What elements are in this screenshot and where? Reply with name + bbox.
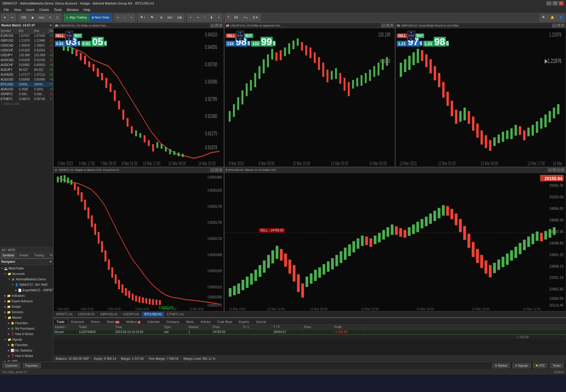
tree-item[interactable]: ▶ 📁 Services (1, 309, 52, 315)
toolbar-split-btn[interactable]: ⊟⊟ (165, 14, 174, 21)
tree-item[interactable]: ▶ ⭐ Favorites (1, 342, 52, 348)
toolbar-plus-btn[interactable]: ╋ (208, 14, 215, 21)
orders-col-tp[interactable]: T / P (272, 325, 303, 329)
toolbar-cross-btn[interactable]: ⊺ (202, 14, 208, 21)
bottom-tab-alerts[interactable]: Alerts (183, 319, 197, 324)
close-button[interactable]: ✕ (559, 1, 564, 5)
chart-tab-gbpusd[interactable]: GBPUSD,H1 (98, 312, 121, 317)
chart-btcusd-body[interactable]: SELL ↓ 24783.50 26889.70 25591.35 25293.… (225, 173, 566, 311)
orders-col-ticket[interactable]: Ticket (78, 325, 114, 329)
orders-col-symbol[interactable]: Symbol ↑ (53, 325, 78, 329)
toolbar-search-btn[interactable]: 🔍 (540, 14, 548, 21)
toolbar-favorites-btn[interactable]: Favorites (23, 363, 41, 368)
toolbar-algo-btn[interactable]: ▷ Algo Trading (64, 14, 89, 21)
toolbar-fib-btn[interactable]: ↗↘ (241, 14, 250, 21)
chart-tab-btcusd[interactable]: BTCUSD,H1 (142, 312, 165, 317)
market-row[interactable]: AUDCHF 0.60882 0.60933 +0.26% (0, 63, 53, 68)
bottom-tab-codebase[interactable]: Code Base (214, 319, 236, 324)
toolbar-arrow-btn[interactable]: ↗ (215, 14, 222, 21)
bottom-tab-experts[interactable]: Experts (236, 319, 253, 324)
tree-item[interactable]: ▶ 🛒 My Purchases (1, 326, 52, 331)
navigator-close[interactable]: ✕ (49, 260, 52, 263)
toolbar-common-btn[interactable]: Common (2, 363, 20, 368)
bottom-tab-mailbox[interactable]: Mailbox8 (123, 319, 144, 324)
usdjpy-sell-btn[interactable]: SELL (226, 33, 236, 38)
chart-btcusd-restore[interactable]: ❐ (552, 168, 556, 172)
bottom-tab-calendar[interactable]: Calendar (144, 319, 163, 324)
toolbar-profile-btn[interactable]: 👤 (557, 14, 565, 21)
chart-btcusd-close[interactable]: ✕ (561, 168, 564, 172)
menu-tools[interactable]: Tools (51, 7, 64, 12)
watch-tab-details[interactable]: Details (17, 253, 31, 258)
bottom-tab-exposure[interactable]: Exposure (68, 319, 87, 324)
menu-insert[interactable]: Insert (23, 7, 37, 12)
toolbar-oo-btn[interactable]: (oo) (37, 14, 47, 21)
market-row[interactable]: BTCUSD 25956... 26044... +7.55% (0, 82, 53, 87)
usdjpy-buy-btn[interactable]: BUY (244, 33, 253, 38)
chart-tab-usdchf[interactable]: USDCHF,H1 (75, 312, 98, 317)
chart-usdjpy-max[interactable]: ❐ (386, 24, 389, 27)
toolbar-pencil-btn[interactable]: ✏ (195, 14, 201, 21)
chart-usdchf-min[interactable]: — (210, 24, 214, 27)
orders-col-sl[interactable]: S / L (242, 325, 272, 329)
menu-charts[interactable]: Charts (37, 7, 51, 12)
usdchf-sell-btn[interactable]: SELL (55, 33, 65, 38)
toolbar-neworder-btn[interactable]: ⊞ New Order (89, 14, 112, 21)
market-row[interactable]: ETHBTC 0.06674 0.06748 -3.06% (0, 97, 53, 102)
chart-tab-usdjpy[interactable]: USDJPY,H1 (121, 312, 142, 317)
toolbar-cursor-btn[interactable]: ↖ (187, 14, 194, 21)
menu-view[interactable]: View (12, 7, 24, 12)
tree-item[interactable]: ▼ 📁 Accounts (1, 271, 52, 276)
bottom-tab-articles[interactable]: Articles (197, 319, 214, 324)
menu-file[interactable]: File (1, 7, 12, 12)
chart-usdchf-close[interactable]: ✕ (219, 24, 222, 27)
gbpusd-buy-btn[interactable]: BUY (415, 33, 424, 38)
market-row[interactable]: EURUSD 1.07427 1.07433 +0.14% (0, 33, 53, 38)
tree-item[interactable]: ▶ 🖥 VPS (1, 359, 52, 362)
tree-item[interactable]: ▼ 📁 Market (1, 315, 52, 320)
bottom-tab-news[interactable]: News99 (103, 319, 123, 324)
menu-window[interactable]: Window (64, 7, 81, 12)
toolbar-signals-btn[interactable]: Signals (512, 363, 531, 368)
toolbar-text-btn[interactable]: T (225, 14, 231, 21)
chart-usdchf-max[interactable]: ❐ (215, 24, 218, 27)
toolbar-vps-btn[interactable]: VPS (533, 363, 547, 368)
market-watch-close[interactable]: ✕ (49, 24, 52, 27)
toolbar-circle-btn[interactable]: ◉ (29, 14, 36, 21)
chart-usdjpy-min[interactable]: — (381, 24, 385, 27)
toolbar-wave-btn[interactable]: ∿ (128, 14, 135, 21)
chart-xrpbtc-body[interactable]: 0.00001860 0.00001825 0.00001790 0.00001… (54, 173, 224, 311)
toolbar-more-btn[interactable]: ☰▼ (250, 14, 260, 21)
chart-tab-ethbtc[interactable]: ETHBTC,H1 (164, 312, 187, 317)
toolbar-tile-btn[interactable]: ⊟⊠ (175, 14, 184, 21)
market-row[interactable]: GBPUSD 1.21976 1.21986 -0.15% (0, 38, 53, 43)
chart-usdjpy-body[interactable]: SELL ▼ 0.01 ▲ BUY 133 98 8 133 99 (225, 28, 395, 167)
market-row[interactable]: AUDNZD 1.07177 1.07212 +0.04% (0, 72, 53, 77)
tree-item[interactable]: ▶ 📁 Indicators (1, 293, 52, 298)
gbpusd-sell-btn[interactable]: SELL (397, 33, 407, 38)
chart-gbpusd-max[interactable]: ❐ (557, 24, 560, 27)
toolbar-grid-btn[interactable]: ⊞ (158, 14, 165, 21)
market-row[interactable]: AUDCAD 0.91036 0.91426 -0.12% (0, 58, 53, 63)
toolbar-order2-btn[interactable]: ↕ (122, 14, 128, 21)
toolbar-zoomout-btn[interactable]: 🔍- (148, 14, 157, 21)
menu-help[interactable]: Help (81, 7, 93, 12)
tree-item[interactable]: ▶ 📁 Expert Advisors (1, 298, 52, 304)
orders-col-type[interactable]: Type (163, 325, 187, 329)
chart-btcusd-min[interactable]: — (548, 168, 552, 172)
toolbar-tester-btn[interactable]: Tester (550, 363, 564, 368)
click-to-add[interactable]: + click to add... (0, 102, 53, 106)
toolbar-alert-btn[interactable]: 🔔 (548, 14, 556, 21)
market-row[interactable]: ADAUSD 0.3585 0.3641 +4.32% (0, 87, 53, 92)
chart-xrpbtc-close[interactable]: ✕ (219, 168, 222, 172)
toolbar-new-btn[interactable]: ▼ (1, 14, 9, 21)
bottom-tab-history[interactable]: History (87, 319, 103, 324)
toolbar-order1-btn[interactable]: ≡ (115, 14, 121, 21)
tree-item[interactable]: ▶ ❓ How It Works (1, 353, 52, 359)
tree-item[interactable]: ▶ 📄 ExpertMACD - XRPBTC,H (1, 287, 52, 293)
chart-xrpbtc-min[interactable]: — (210, 168, 214, 172)
tree-item[interactable]: ▶ 📁 Scripts (1, 304, 52, 309)
chart-usdchf-body[interactable]: SELL ▼ 0.01 ▲ BUY 0.91 03 6 0.91 05 (54, 28, 224, 167)
market-row[interactable]: XRPBTC 0.000... 0.000... -5.01% (0, 92, 53, 97)
orders-col-time[interactable]: Time (114, 325, 163, 329)
